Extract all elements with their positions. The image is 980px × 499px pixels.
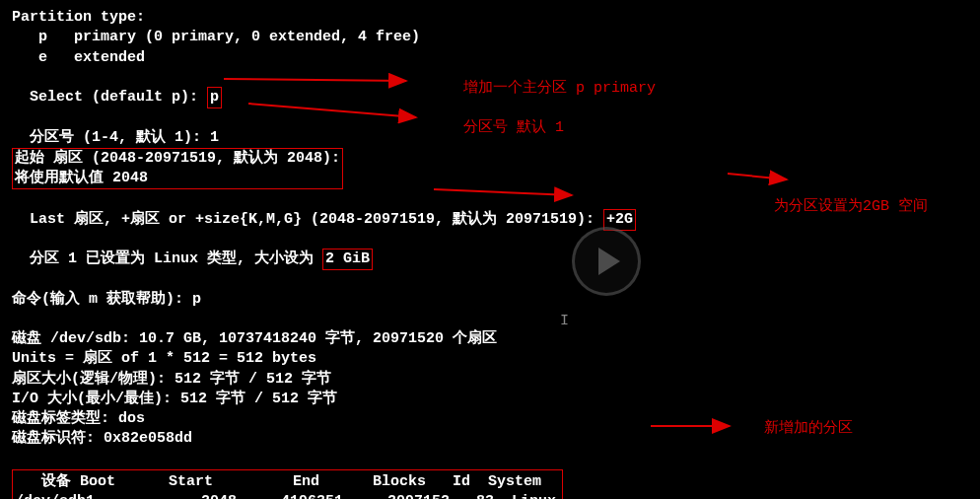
units-line: Units = 扇区 of 1 * 512 = 512 bytes xyxy=(12,349,968,369)
partition-type-header: Partition type: xyxy=(12,8,968,28)
partition-number-value[interactable]: 1 xyxy=(210,129,219,146)
select-prompt: Select (default p): xyxy=(30,89,207,106)
start-sector-box: 起始 扇区 (2048-20971519, 默认为 2048): 将使用默认值 … xyxy=(12,148,343,190)
partition-number-prompt: 分区号 (1-4, 默认 1): xyxy=(30,129,210,146)
annotation-new-partition: 新增加的分区 xyxy=(764,419,853,439)
option-primary: p primary (0 primary, 0 extended, 4 free… xyxy=(12,28,968,47)
cmd-prompt-p[interactable]: 命令(输入 m 获取帮助): p xyxy=(12,290,968,310)
start-sector-line: 起始 扇区 (2048-20971519, 默认为 2048): xyxy=(15,149,340,169)
sector-size-line: 扇区大小(逻辑/物理): 512 字节 / 512 字节 xyxy=(12,370,968,390)
svg-line-5 xyxy=(728,174,787,179)
select-value[interactable]: p xyxy=(207,87,222,108)
text-cursor-ibeam-icon: I xyxy=(560,312,569,331)
partition-set-line: 分区 1 已设置为 Linux 类型, 大小设为 2 GiB xyxy=(12,230,968,270)
arrow-icon xyxy=(728,166,797,192)
play-icon xyxy=(598,248,620,275)
io-size-line: I/O 大小(最小/最佳): 512 字节 / 512 字节 xyxy=(12,390,968,409)
default-used-line: 将使用默认值 2048 xyxy=(15,169,340,188)
annotation-size: 为分区设置为2GB 空间 xyxy=(774,197,928,217)
partition-table-box: 设备 Boot Start End Blocks Id System /dev/… xyxy=(12,469,563,499)
disk-info: 磁盘 /dev/sdb: 10.7 GB, 10737418240 字节, 20… xyxy=(12,329,968,349)
annotation-part-num: 分区号 默认 1 xyxy=(463,118,564,138)
table-header: 设备 Boot Start End Blocks Id System xyxy=(15,472,556,492)
partition-set-size: 2 GiB xyxy=(322,249,373,270)
annotation-primary: 增加一个主分区 p primary xyxy=(463,79,656,99)
option-extended: e extended xyxy=(12,48,968,68)
table-row: /dev/sdb1 2048 4196351 2097152 83 Linux xyxy=(15,492,556,499)
play-button-overlay[interactable] xyxy=(572,227,641,296)
last-sector-prompt: Last 扇区, +扇区 or +size{K,M,G} (2048-20971… xyxy=(30,211,603,228)
partition-set-prefix: 分区 1 已设置为 Linux 类型, 大小设为 xyxy=(30,250,322,267)
